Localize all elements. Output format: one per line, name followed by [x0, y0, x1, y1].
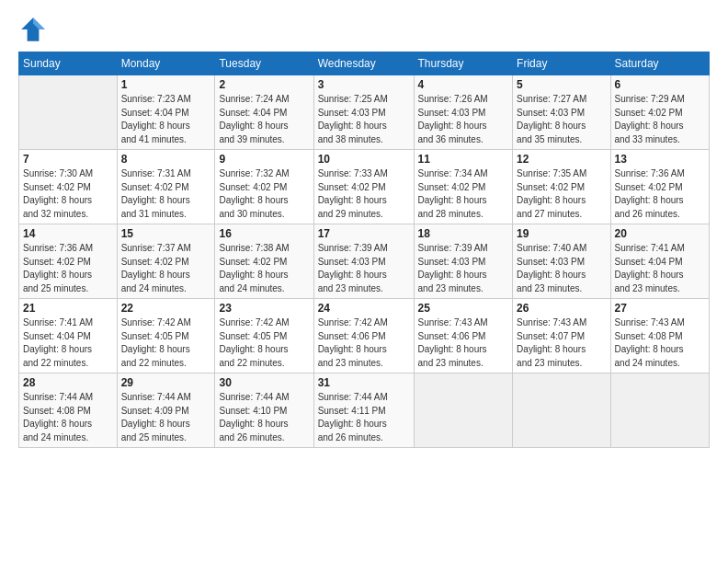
day-number: 14 — [23, 227, 113, 240]
calendar-week-5: 28Sunrise: 7:44 AM Sunset: 4:08 PM Dayli… — [19, 373, 710, 448]
page-container: SundayMondayTuesdayWednesdayThursdayFrid… — [0, 0, 728, 457]
day-number: 25 — [418, 302, 509, 315]
day-info: Sunrise: 7:43 AM Sunset: 4:06 PM Dayligh… — [418, 316, 509, 370]
day-number: 16 — [219, 227, 309, 240]
calendar-week-4: 21Sunrise: 7:41 AM Sunset: 4:04 PM Dayli… — [19, 299, 710, 373]
day-info: Sunrise: 7:43 AM Sunset: 4:07 PM Dayligh… — [517, 316, 606, 370]
calendar-cell: 7Sunrise: 7:30 AM Sunset: 4:02 PM Daylig… — [19, 150, 118, 224]
day-info: Sunrise: 7:39 AM Sunset: 4:03 PM Dayligh… — [418, 242, 509, 295]
calendar-cell: 27Sunrise: 7:43 AM Sunset: 4:08 PM Dayli… — [610, 299, 709, 373]
calendar-cell: 23Sunrise: 7:42 AM Sunset: 4:05 PM Dayli… — [215, 299, 313, 373]
day-info: Sunrise: 7:41 AM Sunset: 4:04 PM Dayligh… — [23, 316, 113, 370]
calendar-cell: 20Sunrise: 7:41 AM Sunset: 4:04 PM Dayli… — [610, 224, 709, 299]
day-info: Sunrise: 7:41 AM Sunset: 4:04 PM Dayligh… — [615, 242, 705, 295]
calendar-table: SundayMondayTuesdayWednesdayThursdayFrid… — [18, 52, 710, 448]
day-number: 21 — [23, 302, 113, 315]
day-info: Sunrise: 7:27 AM Sunset: 4:03 PM Dayligh… — [517, 93, 606, 146]
day-info: Sunrise: 7:24 AM Sunset: 4:04 PM Dayligh… — [219, 93, 309, 146]
calendar-cell: 25Sunrise: 7:43 AM Sunset: 4:06 PM Dayli… — [414, 299, 513, 373]
calendar-cell: 1Sunrise: 7:23 AM Sunset: 4:04 PM Daylig… — [117, 75, 215, 150]
day-info: Sunrise: 7:40 AM Sunset: 4:03 PM Dayligh… — [517, 242, 606, 295]
calendar-cell: 22Sunrise: 7:42 AM Sunset: 4:05 PM Dayli… — [117, 299, 215, 373]
calendar-cell — [610, 373, 709, 448]
day-number: 10 — [318, 153, 410, 166]
day-number: 20 — [615, 227, 705, 240]
day-info: Sunrise: 7:25 AM Sunset: 4:03 PM Dayligh… — [318, 93, 410, 146]
day-info: Sunrise: 7:42 AM Sunset: 4:06 PM Dayligh… — [318, 316, 410, 370]
day-number: 30 — [219, 376, 309, 389]
day-number: 12 — [517, 153, 606, 166]
calendar-cell: 31Sunrise: 7:44 AM Sunset: 4:11 PM Dayli… — [313, 373, 414, 448]
calendar-header-friday: Friday — [513, 52, 610, 75]
day-info: Sunrise: 7:23 AM Sunset: 4:04 PM Dayligh… — [121, 93, 211, 146]
calendar-week-2: 7Sunrise: 7:30 AM Sunset: 4:02 PM Daylig… — [19, 150, 710, 224]
day-number: 22 — [121, 302, 211, 315]
logo — [18, 15, 51, 44]
day-info: Sunrise: 7:44 AM Sunset: 4:09 PM Dayligh… — [121, 391, 211, 444]
calendar-cell: 16Sunrise: 7:38 AM Sunset: 4:02 PM Dayli… — [215, 224, 313, 299]
day-number: 15 — [121, 227, 211, 240]
day-number: 28 — [23, 376, 113, 389]
calendar-cell: 17Sunrise: 7:39 AM Sunset: 4:03 PM Dayli… — [313, 224, 414, 299]
calendar-header-tuesday: Tuesday — [215, 52, 313, 75]
day-info: Sunrise: 7:44 AM Sunset: 4:11 PM Dayligh… — [318, 391, 410, 444]
day-number: 6 — [615, 78, 705, 91]
calendar-header-sunday: Sunday — [19, 52, 118, 75]
day-info: Sunrise: 7:33 AM Sunset: 4:02 PM Dayligh… — [318, 167, 410, 221]
calendar-cell: 26Sunrise: 7:43 AM Sunset: 4:07 PM Dayli… — [513, 299, 610, 373]
calendar-cell: 15Sunrise: 7:37 AM Sunset: 4:02 PM Dayli… — [117, 224, 215, 299]
day-info: Sunrise: 7:43 AM Sunset: 4:08 PM Dayligh… — [615, 316, 705, 370]
day-info: Sunrise: 7:44 AM Sunset: 4:10 PM Dayligh… — [219, 391, 309, 444]
day-number: 24 — [318, 302, 410, 315]
calendar-cell: 28Sunrise: 7:44 AM Sunset: 4:08 PM Dayli… — [19, 373, 118, 448]
day-info: Sunrise: 7:42 AM Sunset: 4:05 PM Dayligh… — [121, 316, 211, 370]
day-number: 17 — [318, 227, 410, 240]
day-info: Sunrise: 7:42 AM Sunset: 4:05 PM Dayligh… — [219, 316, 309, 370]
day-number: 9 — [219, 153, 309, 166]
calendar-cell: 5Sunrise: 7:27 AM Sunset: 4:03 PM Daylig… — [513, 75, 610, 150]
calendar-cell: 2Sunrise: 7:24 AM Sunset: 4:04 PM Daylig… — [215, 75, 313, 150]
day-info: Sunrise: 7:35 AM Sunset: 4:02 PM Dayligh… — [517, 167, 606, 221]
day-info: Sunrise: 7:29 AM Sunset: 4:02 PM Dayligh… — [615, 93, 705, 146]
calendar-cell: 29Sunrise: 7:44 AM Sunset: 4:09 PM Dayli… — [117, 373, 215, 448]
day-number: 11 — [418, 153, 509, 166]
day-number: 8 — [121, 153, 211, 166]
header — [18, 15, 710, 44]
calendar-cell: 19Sunrise: 7:40 AM Sunset: 4:03 PM Dayli… — [513, 224, 610, 299]
day-info: Sunrise: 7:32 AM Sunset: 4:02 PM Dayligh… — [219, 167, 309, 221]
day-info: Sunrise: 7:26 AM Sunset: 4:03 PM Dayligh… — [418, 93, 509, 146]
calendar-cell: 4Sunrise: 7:26 AM Sunset: 4:03 PM Daylig… — [414, 75, 513, 150]
calendar-cell: 10Sunrise: 7:33 AM Sunset: 4:02 PM Dayli… — [313, 150, 414, 224]
day-info: Sunrise: 7:31 AM Sunset: 4:02 PM Dayligh… — [121, 167, 211, 221]
day-info: Sunrise: 7:34 AM Sunset: 4:02 PM Dayligh… — [418, 167, 509, 221]
day-number: 1 — [121, 78, 211, 91]
day-number: 23 — [219, 302, 309, 315]
calendar-cell: 14Sunrise: 7:36 AM Sunset: 4:02 PM Dayli… — [19, 224, 118, 299]
day-info: Sunrise: 7:44 AM Sunset: 4:08 PM Dayligh… — [23, 391, 113, 444]
calendar-cell — [19, 75, 118, 150]
day-number: 26 — [517, 302, 606, 315]
calendar-header-monday: Monday — [117, 52, 215, 75]
calendar-cell — [513, 373, 610, 448]
calendar-header-row: SundayMondayTuesdayWednesdayThursdayFrid… — [19, 52, 710, 75]
calendar-cell: 11Sunrise: 7:34 AM Sunset: 4:02 PM Dayli… — [414, 150, 513, 224]
calendar-cell: 6Sunrise: 7:29 AM Sunset: 4:02 PM Daylig… — [610, 75, 709, 150]
day-number: 13 — [615, 153, 705, 166]
calendar-cell — [414, 373, 513, 448]
calendar-header-thursday: Thursday — [414, 52, 513, 75]
day-info: Sunrise: 7:36 AM Sunset: 4:02 PM Dayligh… — [23, 242, 113, 295]
calendar-cell: 3Sunrise: 7:25 AM Sunset: 4:03 PM Daylig… — [313, 75, 414, 150]
day-info: Sunrise: 7:30 AM Sunset: 4:02 PM Dayligh… — [23, 167, 113, 221]
day-number: 4 — [418, 78, 509, 91]
day-number: 31 — [318, 376, 410, 389]
calendar-cell: 30Sunrise: 7:44 AM Sunset: 4:10 PM Dayli… — [215, 373, 313, 448]
calendar-header-saturday: Saturday — [610, 52, 709, 75]
day-number: 3 — [318, 78, 410, 91]
calendar-header-wednesday: Wednesday — [313, 52, 414, 75]
day-number: 7 — [23, 153, 113, 166]
day-info: Sunrise: 7:37 AM Sunset: 4:02 PM Dayligh… — [121, 242, 211, 295]
calendar-week-3: 14Sunrise: 7:36 AM Sunset: 4:02 PM Dayli… — [19, 224, 710, 299]
logo-icon — [18, 15, 48, 44]
day-number: 18 — [418, 227, 509, 240]
calendar-cell: 24Sunrise: 7:42 AM Sunset: 4:06 PM Dayli… — [313, 299, 414, 373]
